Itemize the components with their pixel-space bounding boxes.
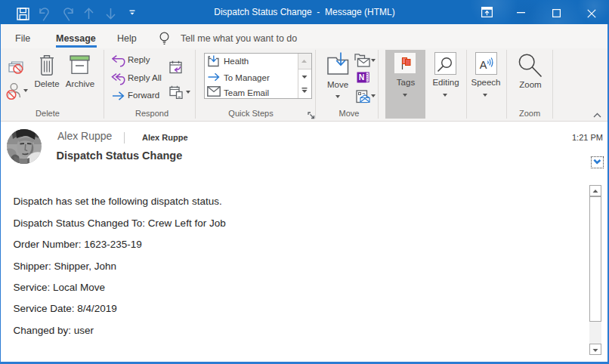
svg-text:A: A bbox=[480, 59, 487, 71]
svg-text:N: N bbox=[359, 72, 365, 82]
